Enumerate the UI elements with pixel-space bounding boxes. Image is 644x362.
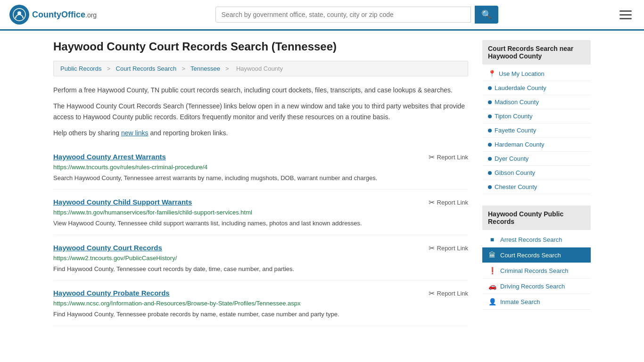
result-title[interactable]: Haywood County Child Support Warrants bbox=[53, 198, 192, 206]
breadcrumb-court-records[interactable]: Court Records Search bbox=[116, 65, 177, 72]
dot-icon bbox=[488, 143, 492, 147]
result-desc: Search Haywood County, Tennessee arrest … bbox=[53, 173, 468, 183]
nearby-county-link[interactable]: Lauderdale County bbox=[482, 81, 591, 95]
header: CountyOffice.org 🔍 bbox=[0, 0, 644, 31]
dot-icon bbox=[488, 171, 492, 175]
result-item: Haywood County Probate Records ✂ Report … bbox=[53, 280, 468, 326]
dot-icon bbox=[488, 86, 492, 90]
report-icon: ✂ bbox=[429, 153, 435, 162]
page-title: Haywood County Court Records Search (Ten… bbox=[53, 40, 468, 53]
record-icon: ■ bbox=[488, 236, 496, 243]
menu-button[interactable] bbox=[617, 8, 635, 22]
search-button[interactable]: 🔍 bbox=[475, 6, 498, 24]
public-records-list: ■Arrest Records Search🏛Court Records Sea… bbox=[482, 232, 591, 310]
public-records-heading: Haywood County Public Records bbox=[482, 206, 591, 230]
nearby-county-link[interactable]: Tipton County bbox=[482, 109, 591, 123]
new-links-link[interactable]: new links bbox=[121, 129, 149, 137]
sidebar: Court Records Search near Haywood County… bbox=[482, 40, 591, 326]
public-records-section: Haywood County Public Records ■Arrest Re… bbox=[482, 206, 591, 310]
content-area: Haywood County Court Records Search (Ten… bbox=[53, 40, 468, 326]
result-item: Haywood County Child Support Warrants ✂ … bbox=[53, 189, 468, 235]
desc-para-3: Help others by sharing new links and rep… bbox=[53, 128, 468, 138]
nearby-county-link[interactable]: Chester County bbox=[482, 180, 591, 194]
public-record-link[interactable]: 🏛Court Records Search bbox=[482, 247, 591, 263]
nearby-county-link[interactable]: Hardeman County bbox=[482, 138, 591, 152]
dot-icon bbox=[488, 100, 492, 104]
result-title[interactable]: Haywood County Arrest Warrants bbox=[53, 153, 166, 161]
logo-icon bbox=[9, 5, 29, 25]
report-link[interactable]: ✂ Report Link bbox=[429, 244, 468, 253]
logo-text: CountyOffice.org bbox=[32, 10, 97, 20]
result-url[interactable]: https://www.tn.gov/humanservices/for-fam… bbox=[53, 209, 468, 216]
nearby-county-link[interactable]: Madison County bbox=[482, 95, 591, 109]
dot-icon bbox=[488, 185, 492, 189]
search-area: 🔍 bbox=[215, 6, 498, 24]
result-url[interactable]: https://www2.tncourts.gov/PublicCaseHist… bbox=[53, 255, 468, 262]
public-record-link[interactable]: 🚗Driving Records Search bbox=[482, 279, 591, 294]
report-link[interactable]: ✂ Report Link bbox=[429, 153, 468, 162]
result-url[interactable]: https://www.tncourts.gov/rules/rules-cri… bbox=[53, 164, 468, 171]
logo-area: CountyOffice.org bbox=[9, 5, 97, 25]
report-link[interactable]: ✂ Report Link bbox=[429, 198, 468, 207]
public-record-link[interactable]: ❗Criminal Records Search bbox=[482, 263, 591, 279]
dot-icon bbox=[488, 115, 492, 118]
nearby-section: Court Records Search near Haywood County… bbox=[482, 40, 591, 194]
breadcrumb: Public Records > Court Records Search > … bbox=[53, 61, 468, 76]
report-icon: ✂ bbox=[429, 198, 435, 207]
nearby-links-list: Lauderdale CountyMadison CountyTipton Co… bbox=[482, 81, 591, 194]
result-title[interactable]: Haywood County Probate Records bbox=[53, 289, 170, 297]
dot-icon bbox=[488, 129, 492, 132]
report-link[interactable]: ✂ Report Link bbox=[429, 289, 468, 298]
desc-para-2: The Haywood County Court Records Search … bbox=[53, 101, 468, 122]
report-icon: ✂ bbox=[429, 244, 435, 253]
result-desc: Find Haywood County, Tennessee probate r… bbox=[53, 310, 468, 319]
record-icon: ❗ bbox=[488, 267, 496, 274]
record-icon: 👤 bbox=[488, 298, 496, 305]
main-content: Haywood County Court Records Search (Ten… bbox=[39, 31, 605, 336]
record-icon: 🚗 bbox=[488, 282, 496, 290]
desc-para-1: Perform a free Haywood County, TN public… bbox=[53, 85, 468, 95]
record-icon: 🏛 bbox=[488, 251, 496, 259]
result-desc: View Haywood County, Tennessee child sup… bbox=[53, 219, 468, 228]
dot-icon bbox=[488, 157, 492, 161]
result-title[interactable]: Haywood County Court Records bbox=[53, 244, 162, 252]
public-record-link[interactable]: 👤Inmate Search bbox=[482, 294, 591, 310]
public-record-link[interactable]: ■Arrest Records Search bbox=[482, 232, 591, 247]
result-item: Haywood County Arrest Warrants ✂ Report … bbox=[53, 144, 468, 190]
breadcrumb-public-records[interactable]: Public Records bbox=[60, 65, 101, 72]
breadcrumb-current: Haywood County bbox=[236, 65, 283, 72]
search-input[interactable] bbox=[215, 7, 471, 23]
nearby-county-link[interactable]: Gibson County bbox=[482, 166, 591, 180]
report-icon: ✂ bbox=[429, 289, 435, 298]
results-list: Haywood County Arrest Warrants ✂ Report … bbox=[53, 144, 468, 326]
result-desc: Find Haywood County, Tennessee court rec… bbox=[53, 264, 468, 274]
nearby-county-link[interactable]: Dyer County bbox=[482, 152, 591, 166]
result-item: Haywood County Court Records ✂ Report Li… bbox=[53, 235, 468, 281]
result-url[interactable]: https://www.ncsc.org/Information-and-Res… bbox=[53, 300, 468, 307]
location-icon: 📍 bbox=[488, 70, 496, 77]
nearby-heading: Court Records Search near Haywood County bbox=[482, 40, 591, 65]
nearby-county-link[interactable]: Fayette County bbox=[482, 123, 591, 138]
use-my-location[interactable]: 📍 Use My Location bbox=[482, 66, 591, 81]
breadcrumb-tennessee[interactable]: Tennessee bbox=[190, 65, 220, 72]
